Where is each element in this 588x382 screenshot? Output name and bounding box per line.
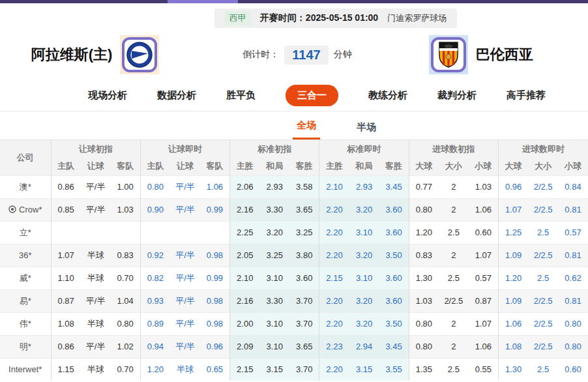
away-team: 巴伦西亚: [352, 35, 583, 74]
odds-cell[interactable]: 3.60: [379, 267, 409, 289]
odds-cell[interactable]: 2/2.5: [528, 244, 558, 267]
odds-cell[interactable]: 2.15: [319, 267, 349, 289]
nav-tab-0[interactable]: 现场分析: [88, 89, 127, 102]
odds-cell[interactable]: 1.30: [498, 358, 528, 381]
odds-cell[interactable]: 0.60: [558, 358, 588, 381]
odds-cell[interactable]: 1.06: [498, 312, 528, 335]
odds-cell[interactable]: 0.98: [200, 312, 230, 335]
odds-cell[interactable]: 2.20: [319, 358, 349, 381]
odds-cell[interactable]: 2/2.5: [528, 335, 558, 358]
odds-cell[interactable]: 3.20: [349, 198, 379, 221]
odds-cell[interactable]: 0.98: [200, 244, 230, 267]
odds-cell[interactable]: 3.45: [379, 335, 409, 358]
company-cell[interactable]: Interwet*: [0, 358, 51, 381]
odds-cell[interactable]: 0.65: [200, 358, 230, 381]
odds-cell[interactable]: 平/半: [170, 335, 200, 358]
odds-cell[interactable]: 3.10: [349, 267, 379, 289]
odds-cell[interactable]: 2.10: [319, 175, 349, 198]
odds-cell[interactable]: 1.08: [498, 335, 528, 358]
odds-cell[interactable]: 0.81: [558, 198, 588, 221]
odds-cell[interactable]: 0.82: [140, 267, 170, 289]
odds-table-body: 澳*0.86平/半1.000.80平/半1.062.062.933.582.10…: [0, 175, 588, 381]
nav-tab-2[interactable]: 胜平负: [226, 89, 256, 102]
odds-cell[interactable]: 平/半: [170, 175, 200, 198]
odds-cell[interactable]: 2.20: [319, 198, 349, 221]
odds-cell[interactable]: 1.09: [498, 244, 528, 267]
odds-cell[interactable]: 2.20: [319, 312, 349, 335]
odds-cell[interactable]: 3.45: [379, 175, 409, 198]
odds-cell[interactable]: 1.20: [140, 358, 170, 381]
company-cell[interactable]: 澳*: [0, 175, 51, 198]
subtab-1[interactable]: 半场: [353, 116, 380, 140]
odds-cell[interactable]: 0.81: [558, 244, 588, 267]
odds-cell[interactable]: 0.89: [140, 312, 170, 335]
odds-cell[interactable]: 1.07: [498, 198, 528, 221]
odds-cell[interactable]: 0.84: [558, 175, 588, 198]
odds-cell[interactable]: 3.60: [379, 221, 409, 244]
odds-cell[interactable]: 0.90: [140, 198, 170, 221]
odds-cell[interactable]: 3.20: [349, 244, 379, 267]
odds-cell[interactable]: 平/半: [170, 289, 200, 312]
odds-cell[interactable]: 3.15: [349, 358, 379, 381]
odds-cell[interactable]: 3.50: [379, 312, 409, 335]
nav-tab-1[interactable]: 数据分析: [157, 89, 196, 102]
nav-tab-3[interactable]: 三合一: [286, 85, 338, 106]
odds-cell[interactable]: 0.99: [200, 267, 230, 289]
odds-cell[interactable]: 2.94: [349, 335, 379, 358]
odds-cell[interactable]: 3.20: [349, 289, 379, 312]
odds-cell[interactable]: 3.55: [379, 358, 409, 381]
odds-cell[interactable]: 2/2.5: [528, 312, 558, 335]
odds-cell[interactable]: 2.93: [349, 175, 379, 198]
odds-cell[interactable]: 2.5: [528, 221, 558, 244]
odds-cell[interactable]: 0.57: [558, 221, 588, 244]
company-cell[interactable]: 伟*: [0, 312, 51, 335]
odds-cell[interactable]: 2/2.5: [528, 175, 558, 198]
odds-cell[interactable]: 1.06: [200, 175, 230, 198]
odds-cell[interactable]: 平/半: [170, 198, 200, 221]
odds-cell[interactable]: 0.99: [200, 198, 230, 221]
odds-cell[interactable]: 1.09: [498, 289, 528, 312]
odds-cell[interactable]: 2/2.5: [528, 289, 558, 312]
company-cell[interactable]: 立*: [0, 221, 51, 244]
odds-cell[interactable]: 2.20: [319, 244, 349, 267]
company-cell[interactable]: 威*: [0, 267, 51, 289]
odds-cell[interactable]: 0.62: [558, 267, 588, 289]
odds-cell[interactable]: 2.23: [319, 335, 349, 358]
odds-cell[interactable]: 平/半: [170, 244, 200, 267]
odds-cell[interactable]: 0.81: [558, 289, 588, 312]
odds-cell[interactable]: 0.96: [498, 175, 528, 198]
odds-cell[interactable]: 0.80: [558, 335, 588, 358]
company-cell[interactable]: Crow*: [0, 198, 51, 221]
odds-cell[interactable]: 3.20: [349, 312, 379, 335]
odds-cell[interactable]: 平/半: [170, 312, 200, 335]
odds-cell[interactable]: 平/半: [170, 267, 200, 289]
subtab-0[interactable]: 全场: [293, 114, 320, 140]
odds-cell[interactable]: 1.20: [498, 267, 528, 289]
odds-cell[interactable]: 0.96: [200, 335, 230, 358]
odds-cell[interactable]: 2.5: [528, 267, 558, 289]
odds-cell[interactable]: 0.93: [140, 289, 170, 312]
odds-cell[interactable]: 0.80: [558, 312, 588, 335]
odds-cell[interactable]: 3.60: [379, 198, 409, 221]
nav-tab-5[interactable]: 裁判分析: [437, 89, 477, 102]
odds-cell[interactable]: 0.92: [140, 244, 170, 267]
odds-cell[interactable]: 3.10: [349, 221, 379, 244]
odds-cell: 1.00: [111, 175, 141, 198]
company-cell[interactable]: 明*: [0, 335, 51, 358]
odds-cell[interactable]: 2.5: [528, 358, 558, 381]
odds-cell[interactable]: 2.20: [319, 221, 349, 244]
odds-cell[interactable]: 2.20: [319, 289, 349, 312]
odds-cell[interactable]: 0.98: [200, 289, 230, 312]
odds-cell[interactable]: 半球: [170, 358, 200, 381]
odds-cell[interactable]: 3.60: [379, 289, 409, 312]
nav-tab-4[interactable]: 教练分析: [368, 89, 407, 102]
odds-cell[interactable]: 1.25: [498, 221, 528, 244]
odds-cell[interactable]: 2/2.5: [528, 198, 558, 221]
sub-header: 让球: [81, 158, 111, 175]
odds-cell[interactable]: 3.50: [379, 244, 409, 267]
odds-cell[interactable]: 0.94: [140, 335, 170, 358]
odds-cell[interactable]: 0.80: [140, 175, 170, 198]
company-cell[interactable]: 易*: [0, 289, 51, 312]
company-cell[interactable]: 36*: [0, 244, 51, 267]
nav-tab-6[interactable]: 高手推荐: [507, 89, 546, 102]
